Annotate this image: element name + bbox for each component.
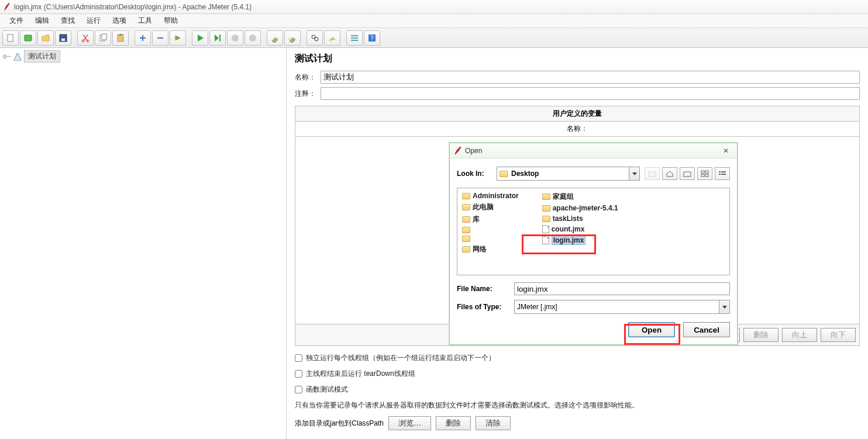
svg-rect-3 (61, 39, 65, 41)
svg-rect-24 (701, 174, 704, 177)
file-list[interactable]: Administrator此电脑库网络 家庭组apache-jmeter-5.4… (457, 188, 730, 275)
search-toolbar-button[interactable] (306, 30, 323, 46)
start-no-pause-button[interactable] (209, 30, 226, 46)
classpath-label: 添加目录或jar包到ClassPath (295, 419, 384, 428)
paste-button[interactable] (112, 30, 129, 46)
folder-item[interactable]: 此电脑 (462, 202, 519, 212)
menu-options[interactable]: 选项 (106, 15, 132, 27)
tree-root-node[interactable]: 测试计划 (24, 50, 60, 63)
folder-item[interactable]: Administrator (462, 192, 519, 200)
chk-independent[interactable]: 独立运行每个线程组（例如在一个组运行结束后启动下一个） (295, 353, 860, 363)
lookin-combo[interactable]: Desktop (497, 167, 640, 181)
folder-item[interactable]: 网络 (462, 244, 519, 254)
app-icon (4, 3, 11, 11)
panel-heading: 测试计划 (295, 53, 860, 65)
svg-rect-22 (701, 171, 704, 173)
vars-delete-button[interactable]: 删除 (743, 328, 779, 342)
cp-browse-button[interactable]: 浏览… (388, 416, 431, 430)
lookin-label: Look In: (457, 170, 492, 178)
start-button[interactable] (192, 30, 208, 46)
collapse-button[interactable] (152, 30, 168, 46)
clear-all-button[interactable] (284, 30, 301, 46)
dialog-feather-icon (454, 147, 461, 155)
svg-text:?: ? (370, 35, 374, 42)
list-view-button[interactable] (697, 167, 712, 180)
detail-view-button[interactable] (715, 167, 730, 180)
stop-button[interactable] (227, 30, 243, 46)
save-button[interactable] (55, 30, 71, 46)
flask-icon (13, 53, 22, 61)
svg-rect-1 (25, 35, 32, 41)
menu-file[interactable]: 文件 (4, 15, 29, 27)
file-item[interactable]: login.jmx (542, 236, 618, 245)
svg-rect-25 (705, 174, 708, 177)
folder-item[interactable]: apache-jmeter-5.4.1 (542, 204, 618, 212)
vars-title: 用户定义的变量 (295, 106, 859, 122)
cut-button[interactable] (77, 30, 94, 46)
cancel-button[interactable]: Cancel (683, 322, 730, 337)
svg-rect-28 (719, 174, 721, 175)
svg-rect-27 (721, 171, 726, 172)
folder-item[interactable]: taskLists (542, 215, 618, 223)
svg-rect-0 (8, 34, 13, 42)
open-button[interactable] (37, 30, 54, 46)
chk-teardown[interactable]: 主线程结束后运行 tearDown线程组 (295, 369, 860, 379)
open-dialog: Open ✕ Look In: Desktop Administrator此电脑… (449, 143, 738, 345)
tree-toggle-icon[interactable]: ⊘─ (2, 53, 11, 60)
folder-item[interactable]: 库 (462, 215, 519, 224)
new-button[interactable] (2, 30, 19, 46)
toolbar: ? (0, 28, 868, 48)
folder-icon (462, 236, 470, 242)
folder-item[interactable] (462, 236, 519, 242)
menu-search[interactable]: 查找 (55, 15, 81, 27)
menu-edit[interactable]: 编辑 (29, 15, 55, 27)
home-button[interactable] (662, 167, 677, 180)
templates-button[interactable] (20, 30, 36, 46)
chevron-down-icon[interactable] (629, 167, 639, 180)
svg-rect-26 (719, 171, 721, 172)
vars-col-name: 名称： (295, 122, 859, 136)
dialog-close-button[interactable]: ✕ (719, 146, 732, 156)
menu-help[interactable]: 帮助 (158, 15, 184, 27)
cp-clear-button[interactable]: 清除 (476, 416, 511, 430)
vars-up-button[interactable]: 向上 (782, 328, 817, 342)
file-item[interactable]: count.jmx (542, 225, 618, 233)
cp-delete-button[interactable]: 删除 (436, 416, 471, 430)
file-icon (542, 225, 549, 233)
folder-icon (462, 246, 470, 253)
comment-input[interactable] (321, 87, 860, 100)
open-confirm-button[interactable]: Open (628, 322, 675, 337)
folder-item[interactable]: 家庭组 (542, 192, 618, 202)
svg-rect-9 (119, 34, 122, 36)
clear-button[interactable] (267, 30, 283, 46)
filename-input[interactable] (514, 282, 730, 295)
svg-point-11 (232, 34, 239, 42)
help-button[interactable]: ? (364, 30, 380, 46)
name-input[interactable] (321, 71, 860, 84)
new-folder-button[interactable] (680, 167, 695, 180)
expand-button[interactable] (135, 30, 151, 46)
shutdown-button[interactable] (244, 30, 261, 46)
toggle-button[interactable] (170, 30, 186, 46)
function-helper-button[interactable] (346, 30, 363, 46)
folder-item[interactable] (462, 227, 519, 233)
menu-bar: 文件 编辑 查找 运行 选项 工具 帮助 (0, 14, 868, 28)
copy-button[interactable] (95, 30, 111, 46)
reset-search-button[interactable] (324, 30, 340, 46)
filter-label: Files of Type: (457, 303, 509, 311)
folder-icon (462, 216, 470, 223)
filename-label: File Name: (457, 285, 509, 293)
svg-rect-17 (351, 40, 358, 41)
up-folder-button[interactable] (645, 167, 660, 180)
dialog-title: Open (465, 147, 482, 155)
folder-icon (462, 204, 470, 210)
svg-point-14 (315, 37, 318, 41)
chevron-down-icon[interactable] (719, 300, 729, 313)
chk-functional[interactable]: 函数测试模式 (295, 385, 860, 395)
file-icon (542, 236, 549, 244)
menu-tools[interactable]: 工具 (132, 15, 158, 27)
svg-rect-7 (102, 34, 106, 40)
filter-combo[interactable]: JMeter [.jmx] (514, 300, 730, 314)
menu-run[interactable]: 运行 (81, 15, 106, 27)
vars-down-button[interactable]: 向下 (821, 328, 856, 342)
